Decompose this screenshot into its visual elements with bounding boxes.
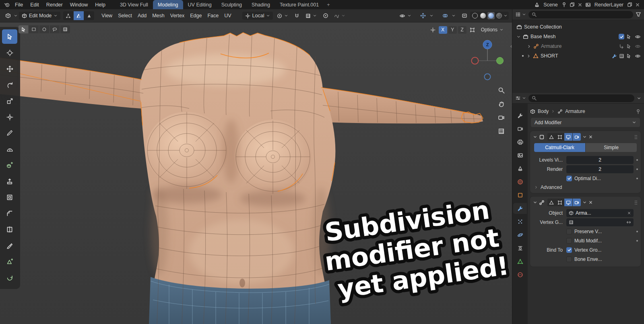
edit-mode-display-toggle[interactable] <box>547 133 555 141</box>
render-display-toggle[interactable] <box>573 133 581 141</box>
tab-physics[interactable] <box>513 230 527 240</box>
collection-checkbox[interactable] <box>619 34 624 39</box>
keyframe-dot-icon[interactable] <box>636 177 639 180</box>
tab-modeling[interactable]: Modeling <box>153 0 183 9</box>
scene-selector[interactable]: Scene <box>542 2 559 8</box>
levels-render-field[interactable]: 2 <box>566 165 634 173</box>
keyframe-dot-icon[interactable] <box>636 168 639 171</box>
keyframe-dot-icon[interactable] <box>636 158 639 162</box>
tab-render[interactable] <box>513 123 527 134</box>
bind-bone-envelopes-checkbox[interactable] <box>566 256 572 262</box>
outliner-row-base-mesh[interactable]: Base Mesh <box>512 32 644 41</box>
remove-view-layer-icon[interactable] <box>634 2 641 7</box>
menu-select[interactable]: Select <box>115 12 135 20</box>
panel-expand-icon[interactable] <box>533 135 537 139</box>
selectable-icon[interactable] <box>626 53 631 58</box>
tab-particles[interactable] <box>513 216 527 227</box>
proportional-edit-toggle[interactable] <box>321 11 330 20</box>
selectable-icon[interactable] <box>626 44 631 49</box>
gizmo-y-ball[interactable] <box>497 57 504 64</box>
shading-rendered-button[interactable] <box>495 12 503 19</box>
keyframe-dot-icon[interactable] <box>636 239 639 242</box>
modifier-extras-icon[interactable] <box>582 135 587 139</box>
tool-move[interactable] <box>2 62 17 76</box>
tab-tool[interactable] <box>513 110 527 121</box>
pin-icon[interactable] <box>561 2 568 7</box>
gizmo-negz-ball[interactable] <box>485 74 491 80</box>
preserve-volume-checkbox[interactable] <box>566 229 572 234</box>
tool-measure[interactable] <box>2 142 17 156</box>
properties-editor-type-button[interactable] <box>515 95 526 101</box>
on-cage-toggle[interactable] <box>556 199 564 206</box>
modifier-header[interactable] <box>530 131 641 143</box>
add-workspace-button[interactable]: + <box>324 0 333 9</box>
gizmos-dropdown[interactable] <box>415 10 436 21</box>
tool-spin[interactable] <box>2 271 17 285</box>
snap-target-dropdown[interactable] <box>303 12 320 20</box>
gizmo-z-label[interactable]: Z <box>486 42 489 47</box>
tool-loop-cut[interactable] <box>2 222 17 237</box>
tool-extrude-region[interactable] <box>2 174 17 189</box>
vertex-group-field[interactable] <box>566 218 634 226</box>
tool-poly-build[interactable] <box>2 254 17 269</box>
face-select-button[interactable] <box>84 11 94 20</box>
clear-object-icon[interactable] <box>627 211 631 215</box>
multi-modifier-checkbox[interactable] <box>566 238 572 244</box>
options-dropdown[interactable]: Options <box>478 26 506 33</box>
tab-view-layer[interactable] <box>513 150 527 161</box>
gizmo-x-ball[interactable] <box>472 57 479 64</box>
falloff-dropdown[interactable] <box>331 12 348 20</box>
tab-object[interactable] <box>513 190 527 201</box>
bind-vertex-groups-checkbox[interactable] <box>566 247 572 253</box>
modifier-wrench-icon[interactable] <box>612 53 617 59</box>
menu-face[interactable]: Face <box>204 12 221 20</box>
menu-help[interactable]: Help <box>92 1 109 8</box>
keyframe-dot-icon[interactable] <box>636 230 639 233</box>
select-tweak-button[interactable] <box>19 25 28 33</box>
axis-z-button[interactable]: Z <box>458 26 466 34</box>
select-extend-button[interactable] <box>60 25 70 33</box>
ortho-toggle-button[interactable] <box>498 128 505 135</box>
menu-uv[interactable]: UV <box>221 12 234 20</box>
viewport-canvas[interactable] <box>0 23 512 324</box>
eye-icon[interactable] <box>635 44 641 49</box>
tool-annotate[interactable] <box>2 126 17 140</box>
editor-type-button[interactable] <box>3 11 12 20</box>
close-icon[interactable] <box>588 135 593 139</box>
camera-view-button[interactable] <box>498 114 505 121</box>
pan-button[interactable] <box>498 100 505 107</box>
simple-button[interactable]: Simple <box>586 143 637 152</box>
tool-knife[interactable] <box>2 238 17 253</box>
menu-add[interactable]: Add <box>135 12 149 20</box>
viewport-3d[interactable]: Edit Mode View Select Add Mesh Vertex Ed… <box>0 9 512 324</box>
transform-orientation-dropdown[interactable]: Local <box>242 12 273 20</box>
vertex-group-icon[interactable] <box>619 53 624 59</box>
disclosure-closed-icon[interactable] <box>527 44 531 49</box>
mode-dropdown[interactable]: Edit Mode <box>19 12 60 20</box>
edge-select-button[interactable] <box>74 11 84 20</box>
edit-mode-display-toggle[interactable] <box>547 199 555 206</box>
tool-select-box[interactable] <box>2 29 17 44</box>
outliner-row-short[interactable]: SHORT <box>512 51 644 61</box>
breadcrumb-data[interactable]: Armature <box>565 109 585 114</box>
axis-y-button[interactable]: Y <box>448 26 457 34</box>
catmull-clark-button[interactable]: Catmull-Clark <box>534 143 585 152</box>
menu-edge[interactable]: Edge <box>187 12 204 20</box>
modifier-extras-icon[interactable] <box>582 200 587 205</box>
zoom-button[interactable] <box>498 87 505 94</box>
select-lasso-button[interactable] <box>50 25 60 33</box>
viewport-display-toggle[interactable] <box>564 199 572 206</box>
select-circle-button[interactable] <box>39 25 49 33</box>
disclosure-closed-icon[interactable] <box>526 54 531 58</box>
tool-3d-cursor[interactable] <box>2 45 17 60</box>
tool-transform[interactable] <box>2 110 17 124</box>
snap-toggle[interactable] <box>292 11 301 20</box>
navigation-gizmo[interactable]: Z <box>469 38 506 87</box>
shading-solid-button[interactable] <box>479 12 487 19</box>
outliner-editor-type-button[interactable] <box>515 12 526 17</box>
tab-object-data[interactable] <box>513 256 527 267</box>
menu-view[interactable]: View <box>99 12 115 20</box>
on-cage-toggle[interactable] <box>556 133 564 141</box>
xray-toggle[interactable] <box>460 11 469 20</box>
delete-scene-icon[interactable] <box>577 2 583 7</box>
